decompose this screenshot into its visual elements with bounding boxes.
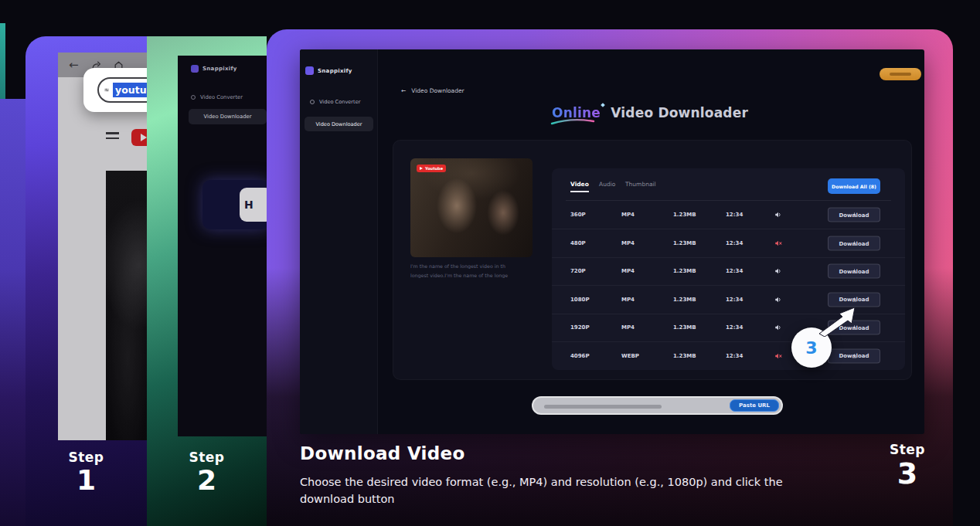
step-1-label: Step 1 [26, 450, 147, 494]
audio-state-icon[interactable] [774, 296, 782, 304]
download-button[interactable]: Download [828, 264, 880, 279]
url-input[interactable]: youtube [97, 77, 147, 103]
audio-state-icon[interactable] [774, 239, 782, 247]
paste-url-button[interactable]: Paste URL [730, 399, 779, 412]
tab-audio[interactable]: Audio [599, 181, 615, 188]
url-placeholder-blur [544, 405, 662, 409]
duration-cell: 12:34 [726, 297, 743, 303]
duration-cell: 12:34 [726, 353, 743, 359]
sidebar-item-label: Video Downloader [315, 121, 362, 127]
page-header: ← Video Downloader [401, 87, 464, 94]
size-cell: 1.23MB [673, 324, 696, 331]
step-word: Step [147, 450, 267, 465]
video-caption-line1: I'm the name of the longest video in th [410, 263, 538, 269]
step-number: 1 [26, 467, 147, 494]
audio-state-icon[interactable] [774, 211, 782, 219]
table-row: 360P MP4 1.23MB 12:34 Download [552, 201, 905, 229]
step-number: 2 [147, 467, 267, 494]
table-rows: 360P MP4 1.23MB 12:34 Download [552, 201, 905, 369]
formats-table: Video Audio Thumbnail Download All (8) 3… [552, 168, 905, 370]
tab-video[interactable]: Video [570, 181, 589, 188]
youtube-badge: Youtube [417, 165, 446, 172]
edge-panel-teal [0, 23, 5, 104]
resolution-cell: 1920P [570, 324, 590, 331]
video-preview: Youtube [410, 158, 533, 257]
back-icon[interactable]: ← [401, 87, 406, 94]
format-cell: WEBP [621, 353, 639, 359]
app-screenshot: Snappixify Video Converter Video Downloa… [178, 56, 267, 436]
resolution-cell: 1080P [570, 297, 590, 303]
step-3-label: Step 3 [884, 442, 931, 488]
title-rest: Video Downloader [611, 105, 748, 120]
step-1-panel[interactable]: ← YouTube youtube [26, 36, 147, 526]
tab-thumbnail[interactable]: Thumbnail [625, 181, 656, 188]
sidebar-item-label: Video Converter [319, 99, 360, 105]
step-word: Step [884, 442, 931, 457]
format-cell: MP4 [621, 297, 635, 303]
premium-button[interactable] [880, 68, 921, 80]
title-highlight: Online [552, 105, 601, 120]
url-entry-card: youtube [83, 68, 147, 112]
table-row: 480P MP4 1.23MB 12:34 Download [552, 229, 905, 256]
breadcrumb: Video Downloader [411, 87, 464, 94]
swoosh-underline [550, 118, 595, 125]
premium-button-label-blur [890, 73, 911, 76]
download-button[interactable]: Download [828, 208, 880, 222]
url-paste-bar[interactable]: Paste URL [532, 396, 783, 415]
table-row: 720P MP4 1.23MB 12:34 Download [552, 257, 905, 285]
annotation-arrow-icon [816, 304, 856, 337]
converter-icon [310, 100, 315, 104]
format-cell: MP4 [621, 240, 635, 246]
format-cell: MP4 [621, 212, 635, 218]
step-3-panel[interactable]: Snappixify Video Converter Video Downloa… [267, 29, 953, 526]
sidebar-item-video-converter[interactable]: Video Converter [310, 99, 360, 105]
size-cell: 1.23MB [673, 297, 696, 303]
sparkle-icon [601, 103, 605, 107]
audio-state-icon[interactable] [774, 267, 782, 275]
step-3-title: Download Video [300, 443, 465, 463]
page-title: Online Video Downloader [300, 105, 924, 120]
download-button[interactable]: Download [828, 236, 880, 251]
play-icon [420, 167, 423, 170]
download-all-button[interactable]: Download All (8) [828, 178, 880, 194]
download-button[interactable]: Download [828, 348, 880, 363]
step-2-label: Step 2 [147, 450, 267, 494]
duration-cell: 12:34 [726, 324, 743, 331]
tune-icon [104, 86, 109, 94]
size-cell: 1.23MB [673, 268, 696, 274]
panel-dim-overlay [178, 56, 267, 436]
downloader-screenshot: Snappixify Video Converter Video Downloa… [300, 49, 924, 434]
table-row: 4096P WEBP 1.23MB 12:34 Download [552, 341, 905, 369]
app-logo: Snappixify [305, 66, 352, 75]
resolution-cell: 720P [570, 268, 586, 274]
size-cell: 1.23MB [673, 240, 696, 246]
audio-state-icon[interactable] [774, 324, 782, 331]
duration-cell: 12:34 [726, 268, 743, 274]
duration-cell: 12:34 [726, 212, 743, 218]
step-number: 3 [884, 459, 931, 488]
format-cell: MP4 [621, 324, 635, 331]
size-cell: 1.23MB [673, 212, 696, 218]
brand-name: Snappixify [318, 68, 352, 74]
resolution-cell: 4096P [570, 353, 590, 359]
tutorial-carousel: ← YouTube youtube [0, 0, 980, 526]
resolution-cell: 360P [570, 212, 586, 218]
url-selected-text: youtube [113, 83, 147, 97]
snappixify-logo-icon [305, 66, 314, 75]
resolution-cell: 480P [570, 240, 586, 246]
duration-cell: 12:34 [726, 240, 743, 246]
content-card: Youtube I'm the name of the longest vide… [393, 140, 912, 380]
step-3-description: Choose the desired video format (e.g., M… [300, 473, 816, 507]
step-2-panel[interactable]: Snappixify Video Converter Video Downloa… [147, 36, 267, 526]
format-cell: MP4 [621, 268, 635, 274]
size-cell: 1.23MB [673, 353, 696, 359]
step-word: Step [26, 450, 147, 465]
edge-panel-purple [0, 99, 26, 526]
video-caption-line2: longest video.I'm the name of the longe [410, 273, 538, 278]
audio-state-icon[interactable] [774, 352, 782, 360]
